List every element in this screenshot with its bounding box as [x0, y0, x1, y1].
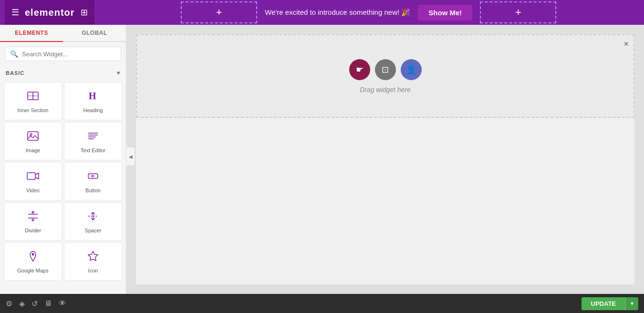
grid-icon[interactable]: ⊞ — [81, 7, 88, 18]
hamburger-icon[interactable]: ☰ — [11, 7, 19, 18]
update-btn-group: UPDATE ▾ — [582, 297, 638, 310]
canvas-template-button[interactable]: 👤 — [401, 59, 422, 80]
svg-point-19 — [32, 253, 34, 256]
drag-widget-label: Drag widget here — [360, 86, 411, 94]
main-layout: ELEMENTS GLOBAL 🔍 BASIC ▾ Inner Section … — [0, 25, 644, 294]
canvas-rest-area — [136, 118, 634, 284]
widget-grid: Inner Section H Heading Image — [0, 80, 126, 282]
svg-rect-4 — [28, 132, 38, 140]
widget-button-label: Button — [85, 188, 101, 193]
widget-inner-section-label: Inner Section — [18, 107, 49, 113]
heading-icon: H — [86, 89, 100, 104]
widget-divider-label: Divider — [25, 228, 41, 233]
maps-icon — [26, 250, 40, 265]
settings-icon[interactable]: ⚙ — [6, 299, 12, 308]
icon-icon — [86, 250, 100, 265]
widget-button[interactable]: Button — [64, 162, 122, 200]
update-button[interactable]: UPDATE — [582, 297, 625, 310]
elementor-logo: elementor — [25, 7, 75, 18]
widget-google-maps-label: Google Maps — [17, 268, 48, 273]
layout-icon: ⊡ — [382, 64, 389, 75]
preview-icon[interactable]: 👁 — [59, 299, 66, 308]
svg-marker-20 — [88, 251, 98, 261]
tab-global[interactable]: GLOBAL — [63, 25, 126, 41]
layers-icon[interactable]: ◈ — [19, 299, 25, 308]
search-icon: 🔍 — [10, 50, 18, 58]
widget-text-editor-label: Text Editor — [81, 147, 105, 153]
video-icon — [26, 169, 40, 185]
widget-heading[interactable]: H Heading — [64, 82, 122, 120]
widget-video[interactable]: Video — [4, 162, 62, 200]
inner-section-icon — [26, 89, 40, 104]
chevron-down-icon[interactable]: ▾ — [117, 70, 120, 76]
canvas-close-button[interactable]: × — [623, 39, 629, 49]
announcement-banner: We're excited to introduce something new… — [265, 8, 410, 17]
widget-google-maps[interactable]: Google Maps — [4, 242, 62, 281]
add-section-button-left[interactable]: + — [181, 1, 257, 23]
svg-text:H: H — [89, 91, 96, 101]
tab-elements[interactable]: ELEMENTS — [0, 25, 63, 42]
widget-spacer-label: Spacer — [85, 228, 102, 233]
svg-point-5 — [30, 134, 32, 136]
search-bar: 🔍 — [5, 47, 121, 61]
bottom-bar: ⚙ ◈ ↺ 🖥 👁 UPDATE ▾ — [0, 294, 644, 313]
canvas-drop-section: × ☛ ⊡ 👤 Drag widget here — [136, 34, 634, 118]
svg-rect-11 — [88, 174, 98, 178]
update-arrow-button[interactable]: ▾ — [625, 297, 638, 310]
widget-spacer[interactable]: Spacer — [64, 202, 122, 240]
pointer-icon: ☛ — [356, 64, 364, 75]
add-section-button-right[interactable]: + — [480, 1, 556, 23]
widget-icon[interactable]: Icon — [64, 242, 122, 281]
collapse-sidebar-handle[interactable]: ◀ — [126, 147, 135, 166]
divider-icon — [26, 209, 40, 225]
canvas-area: × ☛ ⊡ 👤 Drag widget here — [126, 25, 644, 294]
search-input[interactable] — [22, 51, 116, 58]
canvas-layout-button[interactable]: ⊡ — [375, 59, 396, 80]
canvas-pointer-button[interactable]: ☛ — [349, 59, 370, 80]
section-header-basic: BASIC ▾ — [0, 66, 126, 80]
spacer-icon — [86, 209, 100, 225]
responsive-icon[interactable]: 🖥 — [44, 299, 52, 308]
sidebar-tabs: ELEMENTS GLOBAL — [0, 25, 126, 42]
button-icon — [86, 169, 100, 185]
widget-heading-label: Heading — [83, 107, 103, 113]
top-bar: ☰ elementor ⊞ + We're excited to introdu… — [0, 0, 644, 25]
announcement-text: We're excited to introduce something new… — [265, 8, 410, 17]
sidebar: ELEMENTS GLOBAL 🔍 BASIC ▾ Inner Section … — [0, 25, 126, 294]
image-icon — [26, 129, 40, 145]
show-me-button[interactable]: Show Me! — [418, 5, 472, 21]
template-icon: 👤 — [406, 64, 416, 75]
widget-divider[interactable]: Divider — [4, 202, 62, 240]
widget-text-editor[interactable]: Text Editor — [64, 122, 122, 160]
section-basic-label: BASIC — [6, 70, 24, 76]
history-icon[interactable]: ↺ — [31, 299, 38, 308]
top-bar-center: + We're excited to introduce something n… — [98, 1, 639, 23]
widget-inner-section[interactable]: Inner Section — [4, 82, 62, 120]
widget-icon-label: Icon — [88, 268, 98, 273]
top-bar-left: ☰ elementor ⊞ — [5, 0, 94, 25]
svg-rect-10 — [27, 173, 35, 179]
widget-image-label: Image — [26, 147, 41, 153]
widget-image[interactable]: Image — [4, 122, 62, 160]
text-editor-icon — [86, 129, 100, 145]
canvas-action-buttons: ☛ ⊡ 👤 — [349, 59, 422, 80]
widget-video-label: Video — [26, 188, 40, 193]
